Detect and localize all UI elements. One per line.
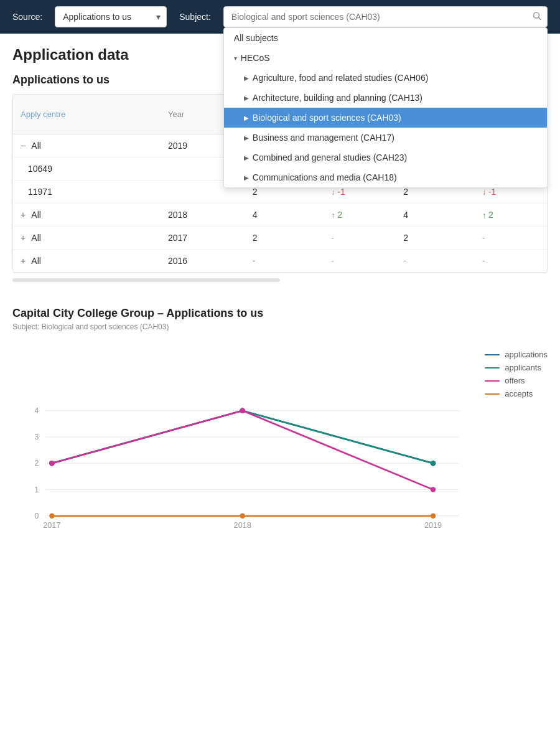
svg-text:2017: 2017 [43,521,60,530]
dropdown-item-communications[interactable]: ▶ Communications and media (CAH18) [224,167,547,187]
cell-year-2016: 2016 [161,250,245,273]
biological-chevron-icon: ▶ [244,115,249,121]
cell-total-2018: 4 [245,204,324,227]
hecos-chevron-icon: ▾ [234,55,237,62]
svg-text:3: 3 [34,433,39,441]
cell-centre-2018: All [31,210,41,220]
dot-accepts-2018 [240,514,245,519]
source-label: Source: [12,12,42,22]
offers-line [52,411,433,490]
trend-up-icon2-2018: ↑ [482,211,486,220]
collapse-button[interactable]: − [21,141,26,151]
cell-total-2017: 2 [245,227,324,250]
expand-button-2016[interactable]: + [21,256,26,266]
cell-total-2016: - [245,250,324,273]
svg-text:0: 0 [34,512,39,520]
legend-item-offers: offers [485,376,548,385]
cell-change-2016: - [324,250,396,273]
architecture-chevron-icon: ▶ [244,95,249,101]
dot-accepts-2017 [49,514,54,519]
change-11971: -1 [337,187,345,197]
table-row: + All 2017 2 - 2 - [13,227,547,250]
svg-text:1: 1 [34,486,39,494]
business-chevron-icon: ▶ [244,134,249,141]
dropdown-item-combined[interactable]: ▶ Combined and general studies (CAH23) [224,148,547,167]
table-row: + All 2018 4 ↑ 2 4 ↑ 2 [13,204,547,227]
cell-centre-2016: All [31,256,41,266]
combined-chevron-icon: ▶ [244,154,249,161]
combined-label: Combined and general studies (CAH23) [253,153,407,162]
dropdown-item-hecos[interactable]: ▾ HECoS [224,48,547,68]
svg-text:4: 4 [34,406,39,415]
svg-text:2019: 2019 [424,521,442,530]
trend-down-icon-11971: ↓ [331,188,335,197]
cell-centre-10649: 10649 [13,157,161,181]
legend-label-offers: offers [505,376,525,385]
expand-button-2017[interactable]: + [21,233,26,243]
dropdown-item-agriculture[interactable]: ▶ Agriculture, food and related studies … [224,68,547,88]
agriculture-label: Agriculture, food and related studies (C… [253,73,428,83]
subject-dropdown: All subjects ▾ HECoS ▶ Agriculture, food… [223,27,548,188]
source-select-wrapper[interactable]: Applications to us [55,6,167,27]
dropdown-item-biological[interactable]: ▶ Biological and sport sciences (CAH03) [224,108,547,128]
trend-up-icon-2018: ↑ [331,211,335,220]
source-select[interactable]: Applications to us [55,6,167,27]
subject-input[interactable] [223,6,548,27]
svg-line-1 [539,17,541,20]
chart-svg: 4 3 2 1 0 2017 2018 2019 [12,344,472,530]
dot-offers-2018 [240,408,245,413]
communications-label: Communications and media (CAH18) [253,172,397,182]
legend-label-accepts: accepts [505,389,533,398]
cell-trend2-2018: ↑ 2 [475,204,547,227]
cell-total2-2018: 4 [396,204,475,227]
all-subjects-label: All subjects [234,33,278,43]
cell-change2-2016: - [475,250,547,273]
cell-trend-2018: ↑ 2 [324,204,396,227]
chart-legend: applications applicants offers accepts [485,344,548,532]
dropdown-item-all-subjects[interactable]: All subjects [224,28,547,48]
cell-centre-2017: All [31,233,41,243]
cell-year-2017: 2017 [161,227,245,250]
chart-area: 4 3 2 1 0 2017 2018 2019 [12,344,472,532]
architecture-label: Architecture, building and planning (CAH… [253,93,422,103]
cell-total2-2016: - [396,250,475,273]
cell-expand-2017: + All [13,227,161,250]
dropdown-item-business[interactable]: ▶ Business and management (CAH17) [224,128,547,148]
cell-change2-2017: - [475,227,547,250]
legend-line-applications [485,354,500,355]
legend-label-applicants: applicants [505,363,541,372]
chart-section: Capital City College Group – Application… [0,282,560,545]
expand-button-2018[interactable]: + [21,210,26,220]
table-row: + All 2016 - - - - [13,250,547,273]
svg-text:2018: 2018 [234,521,251,530]
legend-item-accepts: accepts [485,389,548,398]
legend-item-applications: applications [485,350,548,359]
legend-line-accepts [485,393,500,395]
legend-line-offers [485,380,500,382]
chart-title: Capital City College Group – Application… [12,307,548,320]
dot-offers-2017 [49,461,54,466]
col-apply-centre: Apply centre [13,95,161,134]
cell-expand-2018: + All [13,204,161,227]
dropdown-item-architecture[interactable]: ▶ Architecture, building and planning (C… [224,88,547,108]
chart-container: 4 3 2 1 0 2017 2018 2019 [12,344,548,532]
svg-text:2: 2 [34,459,39,467]
change2-11971: -1 [488,187,496,197]
dot-accepts-2019 [431,514,436,519]
communications-chevron-icon: ▶ [244,174,249,181]
biological-label: Biological and sport sciences (CAH03) [253,113,401,123]
header-bar: Source: Applications to us Subject: All … [0,0,560,34]
cell-centre: All [31,141,41,151]
legend-line-applicants [485,367,500,369]
cell-change-2017: - [324,227,396,250]
agriculture-chevron-icon: ▶ [244,75,249,82]
chart-subtitle: Subject: Biological and sport sciences (… [12,322,548,331]
cell-expand-2016: + All [13,250,161,273]
legend-item-applicants: applicants [485,363,548,372]
cell-year-2018: 2018 [161,204,245,227]
dot-offers-2019 [431,487,436,492]
change-2018: 2 [337,210,342,220]
subject-label: Subject: [179,12,211,22]
dot-applicants-2019 [431,461,436,466]
cell-total2-2017: 2 [396,227,475,250]
